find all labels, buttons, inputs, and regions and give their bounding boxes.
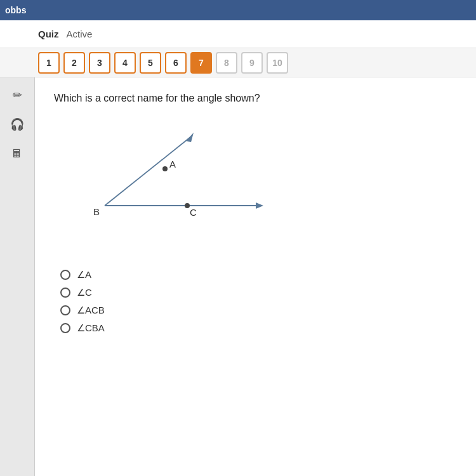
question-content: Which is a correct name for the angle sh… (35, 77, 476, 476)
question-btn-9: 9 (241, 52, 263, 74)
choice-a-radio[interactable] (60, 270, 70, 280)
choice-a-label: ∠A (77, 269, 91, 281)
headphones-icon[interactable]: 🎧 (6, 113, 29, 136)
quiz-label: Quiz (38, 29, 59, 39)
choice-acb-label: ∠ACB (77, 305, 105, 316)
answer-choices: ∠A∠C∠ACB∠CBA (60, 269, 457, 334)
svg-marker-1 (186, 133, 194, 142)
choice-c-radio[interactable] (60, 288, 70, 298)
question-btn-10: 10 (267, 52, 288, 74)
choice-c[interactable]: ∠C (60, 287, 457, 298)
question-btn-5[interactable]: 5 (140, 52, 161, 74)
quiz-header: Quiz Active (0, 20, 476, 48)
choice-c-label: ∠C (77, 287, 92, 298)
svg-line-0 (105, 137, 190, 206)
question-number-row: 12345678910 (0, 48, 476, 77)
choice-cba-label: ∠CBA (77, 322, 105, 334)
question-text: Which is a correct name for the angle sh… (54, 93, 457, 104)
svg-text:C: C (190, 207, 197, 218)
question-btn-2[interactable]: 2 (63, 52, 85, 74)
question-btn-7[interactable]: 7 (190, 52, 212, 74)
question-btn-8: 8 (216, 52, 237, 74)
quiz-status: Active (67, 29, 93, 39)
angle-diagram: A B C (67, 117, 270, 256)
question-btn-1[interactable]: 1 (38, 52, 60, 74)
svg-text:A: A (169, 159, 176, 169)
svg-point-4 (162, 166, 168, 171)
choice-acb-radio[interactable] (60, 305, 70, 315)
question-btn-3[interactable]: 3 (89, 52, 110, 74)
svg-marker-3 (256, 202, 263, 209)
question-btn-6[interactable]: 6 (165, 52, 187, 74)
svg-text:B: B (93, 206, 100, 217)
choice-cba[interactable]: ∠CBA (60, 322, 457, 334)
top-bar: obbs (0, 0, 476, 20)
sidebar: ✏ 🎧 🖩 (0, 77, 35, 476)
question-btn-4[interactable]: 4 (114, 52, 136, 74)
svg-point-8 (185, 203, 190, 208)
choice-cba-radio[interactable] (60, 323, 70, 333)
calculator-icon[interactable]: 🖩 (6, 142, 29, 165)
choice-acb[interactable]: ∠ACB (60, 305, 457, 316)
main-layout: ✏ 🎧 🖩 Which is a correct name for the an… (0, 77, 476, 476)
app-title: obbs (5, 5, 26, 15)
pencil-icon[interactable]: ✏ (6, 84, 29, 107)
choice-a[interactable]: ∠A (60, 269, 457, 281)
